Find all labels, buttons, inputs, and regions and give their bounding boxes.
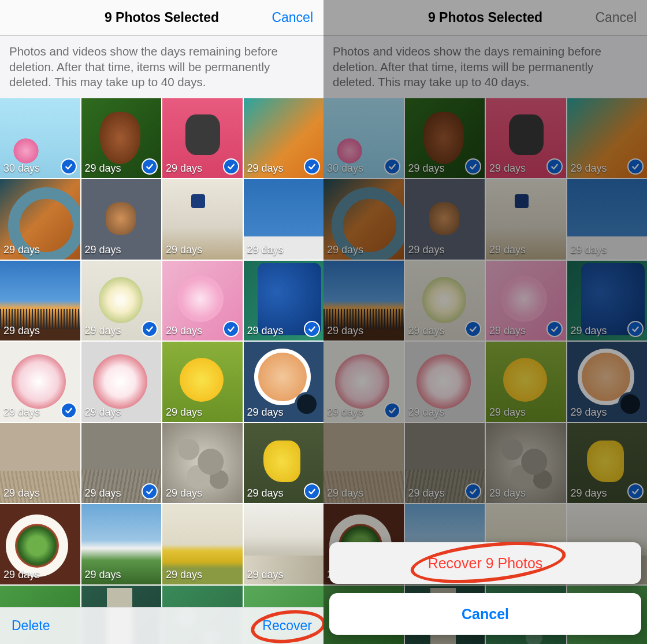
photo-thumbnail[interactable]: 29 days (244, 342, 324, 422)
selected-checkmark-icon (223, 158, 239, 175)
days-remaining-label: 29 days (85, 569, 121, 581)
photo-thumbnail[interactable]: 29 days (81, 423, 162, 504)
navbar: 9 Photos Selected Cancel (0, 0, 323, 36)
days-remaining-label: 29 days (247, 162, 284, 175)
recover-photos-button[interactable]: Recover 9 Photos (329, 542, 641, 584)
photo-thumbnail[interactable]: 29 days (81, 261, 162, 341)
selected-checkmark-icon (61, 158, 77, 175)
cancel-button[interactable]: Cancel (272, 0, 313, 35)
action-sheet-recover: Recover 9 Photos (329, 542, 641, 584)
photo-thumbnail[interactable]: 29 days (244, 179, 324, 260)
days-remaining-label: 29 days (247, 406, 284, 419)
photo-thumbnail[interactable]: 29 days (244, 423, 324, 504)
photo-thumbnail[interactable]: 29 days (0, 342, 80, 422)
photo-thumbnail[interactable]: 29 days (244, 98, 324, 179)
photo-thumbnail[interactable]: 30 days (0, 98, 80, 179)
photo-thumbnail[interactable]: 29 days (81, 98, 162, 179)
photo-thumbnail[interactable]: 29 days (81, 179, 162, 260)
photo-thumbnail[interactable]: 29 days (244, 504, 324, 584)
photo-thumbnail[interactable]: 29 days (162, 504, 243, 584)
days-remaining-label: 29 days (166, 569, 202, 581)
days-remaining-label: 29 days (3, 569, 40, 581)
days-remaining-label: 29 days (3, 406, 40, 419)
photo-thumbnail[interactable]: 29 days (244, 261, 324, 341)
photo-thumbnail[interactable]: 29 days (162, 179, 243, 260)
days-remaining-label: 29 days (85, 244, 121, 256)
delete-button[interactable]: Delete (12, 618, 50, 634)
photo-thumbnail[interactable]: 29 days (0, 261, 80, 341)
description-text: Photos and videos show the days remainin… (0, 36, 323, 98)
days-remaining-label: 30 days (3, 162, 40, 175)
days-remaining-label: 29 days (247, 244, 284, 256)
days-remaining-label: 29 days (247, 325, 284, 337)
days-remaining-label: 29 days (166, 162, 202, 175)
toolbar: Delete Recover (0, 607, 323, 644)
photo-thumbnail[interactable]: 29 days (81, 342, 162, 422)
days-remaining-label: 29 days (3, 244, 40, 256)
days-remaining-label: 29 days (85, 487, 121, 499)
days-remaining-label: 29 days (166, 325, 202, 337)
days-remaining-label: 29 days (3, 487, 40, 499)
selected-checkmark-icon (223, 321, 239, 337)
action-sheet-cancel: Cancel (329, 593, 641, 635)
days-remaining-label: 29 days (166, 406, 202, 419)
photo-thumbnail[interactable]: 29 days (162, 98, 243, 179)
photo-thumbnail[interactable]: 29 days (0, 504, 80, 584)
days-remaining-label: 29 days (247, 487, 284, 499)
photo-thumbnail[interactable]: 29 days (162, 261, 243, 341)
right-screenshot: 9 Photos Selected Cancel Photos and vide… (323, 0, 647, 644)
days-remaining-label: 29 days (85, 325, 121, 337)
days-remaining-label: 29 days (166, 487, 202, 499)
days-remaining-label: 29 days (3, 325, 40, 337)
photo-thumbnail[interactable]: 29 days (81, 504, 162, 584)
days-remaining-label: 29 days (85, 162, 121, 175)
recover-button[interactable]: Recover (262, 618, 312, 634)
days-remaining-label: 29 days (247, 569, 284, 581)
days-remaining-label: 29 days (85, 406, 121, 419)
sheet-cancel-button[interactable]: Cancel (329, 593, 641, 635)
photo-thumbnail[interactable]: 29 days (0, 423, 80, 504)
selected-checkmark-icon (61, 402, 77, 419)
photo-grid-left: 30 days29 days29 days29 days29 days29 da… (0, 98, 323, 644)
photo-thumbnail[interactable]: 29 days (0, 179, 80, 260)
left-screenshot: 9 Photos Selected Cancel Photos and vide… (0, 0, 323, 644)
days-remaining-label: 29 days (166, 244, 202, 256)
photo-thumbnail[interactable]: 29 days (162, 423, 243, 504)
photo-thumbnail[interactable]: 29 days (162, 342, 243, 422)
